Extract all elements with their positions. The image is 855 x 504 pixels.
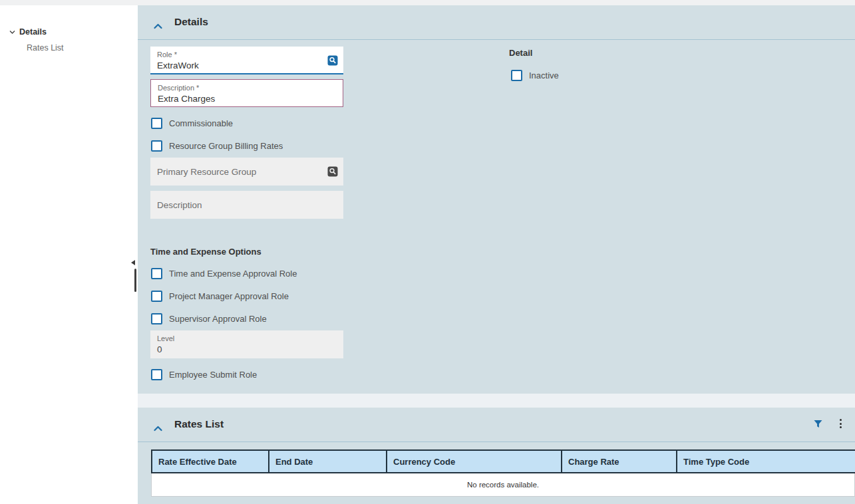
filter-icon[interactable] xyxy=(812,417,823,430)
collapse-details-icon[interactable] xyxy=(154,20,162,32)
top-strip xyxy=(0,0,855,5)
checkbox-box[interactable] xyxy=(151,268,162,279)
text-cursor xyxy=(134,269,136,292)
role-field-value: ExtraWork xyxy=(157,60,337,72)
details-section: Details Role * ExtraWork Description * E… xyxy=(138,5,855,394)
project-manager-approval-role-checkbox[interactable]: Project Manager Approval Role xyxy=(151,291,289,302)
detail-heading: Detail xyxy=(509,48,532,58)
resource-group-description-placeholder: Description xyxy=(157,200,202,210)
details-section-header: Details xyxy=(138,5,855,40)
resource-group-description-field[interactable]: Description xyxy=(150,191,343,219)
primary-resource-group-field[interactable]: Primary Resource Group xyxy=(150,158,343,186)
rates-list-section: Rates List Rate Effective Date End Date … xyxy=(138,408,855,504)
more-options-icon[interactable] xyxy=(835,417,846,430)
checkbox-label: Employee Submit Role xyxy=(169,370,257,380)
time-expense-approval-role-checkbox[interactable]: Time and Expense Approval Role xyxy=(151,268,297,279)
section-nav-sidebar: Details Rates List xyxy=(0,5,138,504)
rates-grid: Rate Effective Date End Date Currency Co… xyxy=(151,449,855,497)
employee-submit-role-checkbox[interactable]: Employee Submit Role xyxy=(151,369,257,380)
checkbox-box[interactable] xyxy=(151,313,162,324)
role-field[interactable]: Role * ExtraWork xyxy=(150,47,343,74)
checkbox-box[interactable] xyxy=(151,369,162,380)
rates-list-section-title: Rates List xyxy=(174,418,224,430)
rates-list-section-header: Rates List xyxy=(138,408,855,442)
column-header-charge-rate[interactable]: Charge Rate xyxy=(562,451,677,472)
checkbox-label: Inactive xyxy=(529,70,559,80)
time-expense-options-heading: Time and Expense Options xyxy=(150,247,261,257)
checkbox-label: Resource Group Billing Rates xyxy=(169,141,283,151)
app-screen: Details Rates List Details Role * ExtraW… xyxy=(0,0,855,504)
role-field-label: Role * xyxy=(157,50,337,59)
chevron-down-icon xyxy=(9,27,15,37)
level-field[interactable]: Level 0 xyxy=(150,330,343,358)
column-header-currency-code[interactable]: Currency Code xyxy=(387,451,562,472)
rates-grid-header-row: Rate Effective Date End Date Currency Co… xyxy=(151,449,855,473)
primary-resource-group-lookup-icon[interactable] xyxy=(327,166,338,180)
description-field-value: Extra Charges xyxy=(158,93,336,105)
level-field-label: Level xyxy=(157,334,337,343)
primary-resource-group-placeholder: Primary Resource Group xyxy=(157,167,256,177)
supervisor-approval-role-checkbox[interactable]: Supervisor Approval Role xyxy=(151,313,267,324)
inactive-checkbox[interactable]: Inactive xyxy=(511,70,559,81)
collapse-rates-list-icon[interactable] xyxy=(154,422,162,434)
panel-collapse-arrow-icon[interactable] xyxy=(131,260,135,265)
checkbox-box[interactable] xyxy=(151,291,162,302)
checkbox-box[interactable] xyxy=(151,140,162,152)
description-field-label: Description * xyxy=(158,83,336,92)
checkbox-label: Supervisor Approval Role xyxy=(169,314,267,324)
checkbox-label: Time and Expense Approval Role xyxy=(169,269,297,279)
details-section-title: Details xyxy=(174,16,208,28)
checkbox-box[interactable] xyxy=(511,70,522,81)
column-header-end-date[interactable]: End Date xyxy=(269,451,387,472)
checkbox-box[interactable] xyxy=(151,118,162,129)
description-field[interactable]: Description * Extra Charges xyxy=(150,79,343,107)
checkbox-label: Project Manager Approval Role xyxy=(169,291,289,301)
resource-group-billing-rates-checkbox[interactable]: Resource Group Billing Rates xyxy=(151,140,283,152)
role-lookup-icon[interactable] xyxy=(327,55,338,68)
column-header-rate-effective-date[interactable]: Rate Effective Date xyxy=(152,451,269,472)
sidebar-item-rates-list[interactable]: Rates List xyxy=(27,43,64,53)
column-header-time-type-code[interactable]: Time Type Code xyxy=(677,451,855,472)
no-records-row: No records available. xyxy=(151,473,855,497)
sidebar-item-details[interactable]: Details xyxy=(9,27,47,37)
checkbox-label: Commissionable xyxy=(169,118,233,128)
sidebar-item-label: Details xyxy=(19,27,47,37)
level-field-value: 0 xyxy=(157,344,337,356)
sidebar-item-label: Rates List xyxy=(27,43,64,53)
commissionable-checkbox[interactable]: Commissionable xyxy=(151,118,233,129)
